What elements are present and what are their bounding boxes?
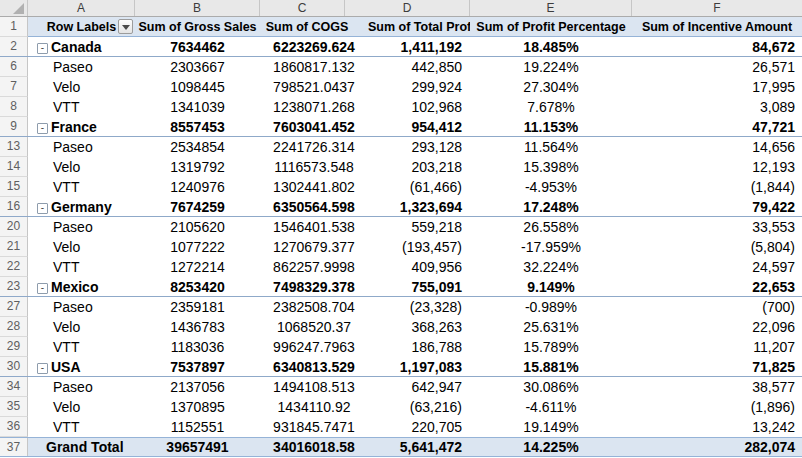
gross-sales-cell[interactable]: 2105620 — [135, 217, 260, 237]
incentive-amount-cell[interactable]: 71,825 — [632, 357, 802, 376]
row-number[interactable]: 14 — [0, 157, 28, 177]
incentive-amount-cell[interactable]: 17,995 — [632, 77, 802, 97]
total-profit-cell[interactable]: 5,641,472 — [368, 438, 470, 456]
total-profit-cell[interactable]: 102,968 — [368, 97, 470, 117]
profit-percentage-cell[interactable]: 17.248% — [470, 197, 632, 216]
total-profit-header-cell[interactable]: Sum of Total Profit — [368, 17, 470, 37]
total-profit-cell[interactable]: (23,328) — [368, 297, 470, 317]
incentive-amount-cell[interactable]: 14,656 — [632, 137, 802, 157]
row-label-cell[interactable]: -VTT — [28, 97, 135, 117]
profit-percentage-cell[interactable]: -4.953% — [470, 177, 632, 197]
cogs-cell[interactable]: 1434110.92 — [260, 397, 368, 417]
profit-percentage-cell[interactable]: 7.678% — [470, 97, 632, 117]
column-header-d[interactable]: D — [345, 0, 470, 16]
row-label-cell[interactable]: -VTT — [28, 177, 135, 197]
row-number[interactable]: 21 — [0, 237, 28, 257]
profit-percentage-cell[interactable]: 27.304% — [470, 77, 632, 97]
cogs-cell[interactable]: 1270679.377 — [260, 237, 368, 257]
gross-sales-cell[interactable]: 8253420 — [135, 277, 260, 296]
row-number[interactable]: 37 — [0, 438, 28, 456]
row-label-cell[interactable]: -Canada — [28, 37, 135, 56]
profit-percentage-cell[interactable]: 11.564% — [470, 137, 632, 157]
row-number[interactable]: 2 — [0, 37, 28, 56]
profit-percentage-cell[interactable]: 19.224% — [470, 57, 632, 77]
collapse-button[interactable]: - — [37, 363, 48, 374]
gross-sales-cell[interactable]: 8557453 — [135, 117, 260, 136]
gross-sales-cell[interactable]: 1098445 — [135, 77, 260, 97]
profit-percentage-cell[interactable]: -17.959% — [470, 237, 632, 257]
total-profit-cell[interactable]: 368,263 — [368, 317, 470, 337]
total-profit-cell[interactable]: 559,218 — [368, 217, 470, 237]
profit-percentage-cell[interactable]: 11.153% — [470, 117, 632, 136]
gross-sales-cell[interactable]: 1341039 — [135, 97, 260, 117]
gross-sales-cell[interactable]: 7674259 — [135, 197, 260, 216]
row-label-cell[interactable]: -Velo — [28, 317, 135, 337]
row-label-cell[interactable]: -VTT — [28, 417, 135, 437]
total-profit-cell[interactable]: 1,197,083 — [368, 357, 470, 376]
cogs-cell[interactable]: 6350564.598 — [260, 197, 368, 216]
row-label-cell[interactable]: -France — [28, 117, 135, 136]
incentive-amount-cell[interactable]: 79,422 — [632, 197, 802, 216]
cogs-cell[interactable]: 862257.9998 — [260, 257, 368, 277]
row-label-cell[interactable]: -Germany — [28, 197, 135, 216]
incentive-amount-cell[interactable]: (1,844) — [632, 177, 802, 197]
total-profit-cell[interactable]: 409,956 — [368, 257, 470, 277]
profit-percentage-cell[interactable]: 30.086% — [470, 377, 632, 397]
gross-sales-cell[interactable]: 7634462 — [135, 37, 260, 56]
row-number[interactable]: 8 — [0, 97, 28, 117]
cogs-cell[interactable]: 1238071.268 — [260, 97, 368, 117]
column-header-a[interactable]: A — [28, 0, 135, 16]
total-profit-cell[interactable]: 1,323,694 — [368, 197, 470, 216]
profit-percentage-header-cell[interactable]: Sum of Profit Percentage — [470, 17, 632, 37]
collapse-button[interactable]: - — [37, 203, 48, 214]
incentive-amount-cell[interactable]: 47,721 — [632, 117, 802, 136]
total-profit-cell[interactable]: 299,924 — [368, 77, 470, 97]
gross-sales-cell[interactable]: 2359181 — [135, 297, 260, 317]
filter-dropdown-button[interactable] — [118, 19, 133, 34]
row-number[interactable]: 36 — [0, 417, 28, 437]
profit-percentage-cell[interactable]: 18.485% — [470, 37, 632, 56]
incentive-amount-cell[interactable]: 22,653 — [632, 277, 802, 296]
row-label-cell[interactable]: -VTT — [28, 257, 135, 277]
row-number[interactable]: 15 — [0, 177, 28, 197]
gross-sales-cell[interactable]: 1370895 — [135, 397, 260, 417]
incentive-amount-cell[interactable]: (700) — [632, 297, 802, 317]
profit-percentage-cell[interactable]: 32.224% — [470, 257, 632, 277]
row-label-cell[interactable]: -VTT — [28, 337, 135, 357]
cogs-cell[interactable]: 798521.0437 — [260, 77, 368, 97]
incentive-amount-cell[interactable]: 282,074 — [632, 438, 802, 456]
gross-sales-header-cell[interactable]: Sum of Gross Sales — [135, 17, 260, 37]
cogs-cell[interactable]: 1494108.513 — [260, 377, 368, 397]
gross-sales-cell[interactable]: 1272214 — [135, 257, 260, 277]
cogs-cell[interactable]: 7603041.452 — [260, 117, 368, 136]
row-number[interactable]: 34 — [0, 377, 28, 397]
row-label-cell[interactable]: -Paseo — [28, 217, 135, 237]
row-label-cell[interactable]: -Velo — [28, 237, 135, 257]
gross-sales-cell[interactable]: 2303667 — [135, 57, 260, 77]
row-label-cell[interactable]: -Grand Total — [28, 438, 135, 456]
profit-percentage-cell[interactable]: -4.611% — [470, 397, 632, 417]
cogs-cell[interactable]: 7498329.378 — [260, 277, 368, 296]
incentive-amount-cell[interactable]: 3,089 — [632, 97, 802, 117]
select-all-corner[interactable] — [0, 0, 28, 16]
row-number[interactable]: 30 — [0, 357, 28, 376]
row-number[interactable]: 22 — [0, 257, 28, 277]
cogs-cell[interactable]: 1116573.548 — [260, 157, 368, 177]
row-label-cell[interactable]: -Velo — [28, 397, 135, 417]
row-label-cell[interactable]: -Velo — [28, 157, 135, 177]
row-number[interactable]: 28 — [0, 317, 28, 337]
gross-sales-cell[interactable]: 39657491 — [135, 438, 260, 456]
gross-sales-cell[interactable]: 1436783 — [135, 317, 260, 337]
incentive-amount-cell[interactable]: (1,896) — [632, 397, 802, 417]
column-header-c[interactable]: C — [260, 0, 345, 16]
total-profit-cell[interactable]: 220,705 — [368, 417, 470, 437]
cogs-cell[interactable]: 2382508.704 — [260, 297, 368, 317]
incentive-amount-header-cell[interactable]: Sum of Incentive Amount — [632, 17, 802, 37]
total-profit-cell[interactable]: (61,466) — [368, 177, 470, 197]
collapse-button[interactable]: - — [37, 123, 48, 134]
total-profit-cell[interactable]: 203,218 — [368, 157, 470, 177]
incentive-amount-cell[interactable]: 11,207 — [632, 337, 802, 357]
cogs-cell[interactable]: 1860817.132 — [260, 57, 368, 77]
total-profit-cell[interactable]: 293,128 — [368, 137, 470, 157]
row-number[interactable]: 16 — [0, 197, 28, 216]
